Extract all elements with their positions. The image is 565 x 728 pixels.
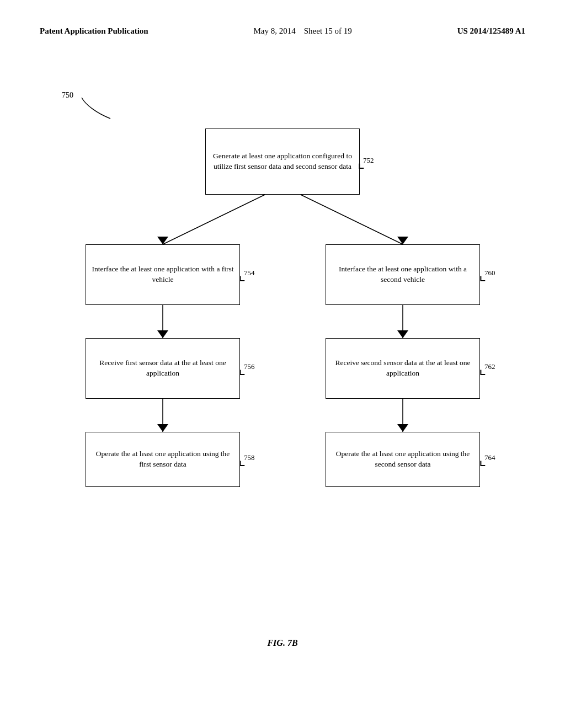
svg-marker-3 bbox=[397, 237, 408, 244]
svg-marker-7 bbox=[157, 424, 168, 432]
bracket-762: ⌞ bbox=[479, 360, 486, 378]
page-header: Patent Application Publication May 8, 20… bbox=[0, 0, 565, 36]
box-752: Generate at least one application config… bbox=[205, 129, 360, 195]
svg-marker-5 bbox=[157, 330, 168, 338]
svg-line-2 bbox=[301, 195, 403, 244]
svg-line-0 bbox=[163, 195, 265, 244]
diagram-area: 750 Generate at least one application co… bbox=[0, 47, 565, 681]
box-764: Operate the at least one application usi… bbox=[326, 432, 480, 487]
box-762: Receive second sensor data at the at lea… bbox=[326, 338, 480, 399]
box-756: Receive first sensor data at the at leas… bbox=[86, 338, 240, 399]
bracket-756: ⌞ bbox=[238, 360, 246, 378]
patent-number-label: US 2014/125489 A1 bbox=[457, 26, 525, 36]
svg-marker-9 bbox=[397, 330, 408, 338]
box-754: Interface the at least one application w… bbox=[86, 244, 240, 305]
bracket-758: ⌞ bbox=[238, 451, 246, 469]
box-760: Interface the at least one application w… bbox=[326, 244, 480, 305]
box-758: Operate the at least one application usi… bbox=[86, 432, 240, 487]
bracket-754: ⌞ bbox=[238, 266, 246, 284]
svg-marker-1 bbox=[157, 237, 168, 244]
diagram-number: 750 bbox=[62, 91, 73, 100]
date-sheet-label: May 8, 2014 Sheet 15 of 19 bbox=[254, 26, 352, 36]
bracket-760: ⌞ bbox=[479, 266, 486, 284]
publication-label: Patent Application Publication bbox=[40, 26, 148, 36]
figure-label: FIG. 7B bbox=[267, 638, 297, 648]
date-label: May 8, 2014 bbox=[254, 26, 296, 35]
bracket-752: ⌞ bbox=[358, 153, 365, 172]
sheet-label: Sheet 15 of 19 bbox=[304, 26, 352, 35]
svg-marker-11 bbox=[397, 424, 408, 432]
bracket-764: ⌞ bbox=[479, 451, 486, 469]
